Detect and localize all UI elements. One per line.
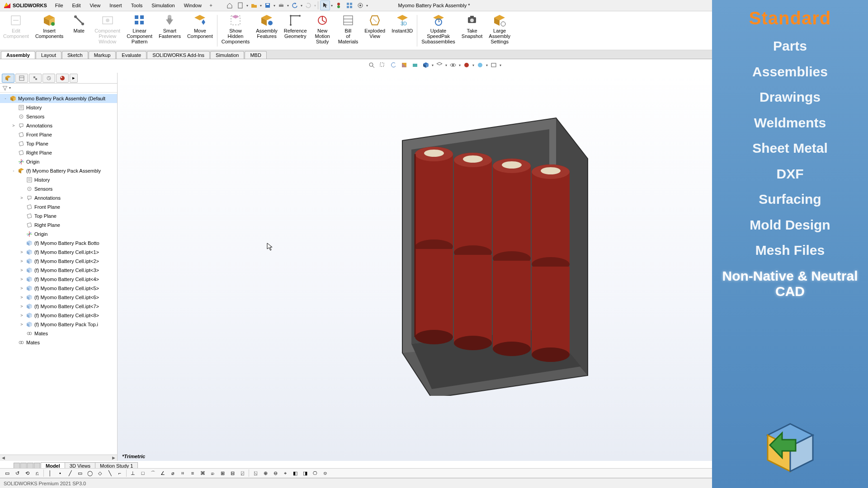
tree-node[interactable]: >(f) Myomo Battery Cell.ipt<5> bbox=[0, 284, 117, 293]
cmd-new-motion-study[interactable]: NewMotionStudy bbox=[310, 13, 335, 49]
tree-node[interactable]: Right Plane bbox=[0, 148, 117, 157]
sketch-tool-icon[interactable]: ⎄ bbox=[208, 469, 217, 477]
settings-gear-icon[interactable] bbox=[355, 0, 365, 10]
tab-layout[interactable]: Layout bbox=[36, 51, 61, 59]
expand-toggle-icon[interactable]: - bbox=[11, 169, 16, 173]
new-doc-icon[interactable] bbox=[236, 0, 245, 10]
sketch-tool-icon[interactable]: ⌖ bbox=[281, 469, 290, 477]
tab-assembly[interactable]: Assembly bbox=[1, 51, 35, 59]
expand-toggle-icon[interactable]: > bbox=[19, 277, 24, 282]
cmd-bill-of-materials[interactable]: BillofMaterials bbox=[335, 13, 362, 49]
sketch-tool-icon[interactable]: ⌐ bbox=[115, 469, 124, 477]
sketch-tool-icon[interactable]: ⊟ bbox=[228, 469, 237, 477]
sketch-tool-icon[interactable]: │ bbox=[46, 469, 55, 477]
save-icon[interactable] bbox=[263, 0, 273, 10]
tree-node[interactable]: Sensors bbox=[0, 112, 117, 121]
dynamic-section-icon[interactable] bbox=[410, 60, 420, 70]
manager-pane-more-icon[interactable]: ▸ bbox=[70, 74, 78, 83]
view-orientation-icon[interactable] bbox=[421, 60, 431, 70]
hide-show-icon[interactable] bbox=[448, 60, 458, 70]
sketch-tool-icon[interactable]: ╱ bbox=[66, 469, 75, 477]
cmd-reference-geometry[interactable]: ReferenceGeometry bbox=[281, 13, 310, 49]
expand-toggle-icon[interactable]: > bbox=[19, 268, 24, 272]
select-cursor-icon[interactable] bbox=[320, 0, 330, 10]
sketch-tool-icon[interactable]: □ bbox=[138, 469, 147, 477]
sketch-tool-icon[interactable]: ⎊ bbox=[321, 469, 330, 477]
cmd-linear-component-pattern[interactable]: LinearComponentPattern bbox=[123, 13, 156, 49]
previous-view-icon[interactable] bbox=[388, 60, 398, 70]
sketch-tool-icon[interactable]: ⟲ bbox=[23, 469, 32, 477]
cmd-exploded-view[interactable]: ExplodedView bbox=[361, 13, 388, 49]
sketch-tool-icon[interactable]: ⎌ bbox=[33, 469, 42, 477]
cmd-show-hidden-components[interactable]: ShowHiddenComponents bbox=[218, 13, 253, 49]
expand-toggle-icon[interactable]: > bbox=[19, 286, 24, 291]
tab-markup[interactable]: Markup bbox=[89, 51, 116, 59]
tab-mbd[interactable]: MBD bbox=[245, 51, 266, 59]
tree-node[interactable]: >Annotations bbox=[0, 193, 117, 202]
expand-toggle-icon[interactable]: > bbox=[11, 123, 16, 128]
view-settings-icon[interactable] bbox=[489, 60, 499, 70]
tab-sketch[interactable]: Sketch bbox=[62, 51, 88, 59]
tree-node[interactable]: Origin bbox=[0, 230, 117, 239]
tree-node[interactable]: >(f) Myomo Battery Cell.ipt<7> bbox=[0, 302, 117, 311]
tree-node[interactable]: Front Plane bbox=[0, 202, 117, 211]
sketch-tool-icon[interactable]: ▭ bbox=[3, 469, 12, 477]
menu-edit[interactable]: Edit bbox=[68, 1, 85, 10]
tree-node[interactable]: >(f) Myomo Battery Cell.ipt<4> bbox=[0, 275, 117, 284]
tree-node[interactable]: Mates bbox=[0, 329, 117, 338]
sketch-tool-icon[interactable]: ⊞ bbox=[218, 469, 227, 477]
section-view-icon[interactable] bbox=[399, 60, 409, 70]
zoom-area-icon[interactable] bbox=[377, 60, 387, 70]
cmd-instant3d[interactable]: 3DInstant3D bbox=[388, 13, 416, 49]
sketch-tool-icon[interactable]: ◯ bbox=[85, 469, 94, 477]
tree-node[interactable]: >(f) Myomo Battery Cell.ipt<1> bbox=[0, 248, 117, 257]
tree-node[interactable]: >(f) Myomo Battery Cell.ipt<8> bbox=[0, 311, 117, 320]
expand-toggle-icon[interactable]: > bbox=[19, 322, 24, 327]
expand-toggle-icon[interactable]: > bbox=[19, 250, 24, 254]
tree-node[interactable]: -(f) Myomo Battery Pack Assembly bbox=[0, 166, 117, 175]
sketch-tool-icon[interactable]: ╲ bbox=[105, 469, 114, 477]
panel-scrollbar[interactable]: ◄► bbox=[0, 455, 117, 461]
tree-node[interactable]: Mates bbox=[0, 338, 117, 347]
menu-window[interactable]: Window bbox=[179, 1, 206, 10]
expand-toggle-icon[interactable]: > bbox=[19, 259, 24, 263]
tree-node[interactable]: >(f) Myomo Battery Pack Top.i bbox=[0, 320, 117, 329]
tree-node[interactable]: >(f) Myomo Battery Cell.ipt<6> bbox=[0, 293, 117, 302]
sketch-tool-icon[interactable]: ⊖ bbox=[271, 469, 280, 477]
tab-simulation[interactable]: Simulation bbox=[210, 51, 244, 59]
scene-icon[interactable] bbox=[475, 60, 485, 70]
tree-node[interactable]: Sensors bbox=[0, 184, 117, 193]
sketch-tool-icon[interactable]: ⌒ bbox=[148, 469, 157, 477]
tree-node[interactable]: History bbox=[0, 103, 117, 112]
cmd-insert-components[interactable]: InsertComponents bbox=[32, 13, 66, 49]
sketch-tool-icon[interactable]: ⊥ bbox=[128, 469, 137, 477]
print-icon[interactable] bbox=[276, 0, 286, 10]
tree-node[interactable]: Right Plane bbox=[0, 221, 117, 230]
tree-node[interactable]: Origin bbox=[0, 157, 117, 166]
open-icon[interactable] bbox=[249, 0, 259, 10]
tree-node[interactable]: >Annotations bbox=[0, 121, 117, 130]
feature-tree-tab-icon[interactable] bbox=[2, 74, 14, 83]
appearance-icon[interactable] bbox=[462, 60, 472, 70]
tree-node[interactable]: Front Plane bbox=[0, 130, 117, 139]
menu-file[interactable]: File bbox=[51, 1, 68, 10]
cmd-take-snapshot[interactable]: TakeSnapshot bbox=[458, 13, 486, 49]
expand-toggle-icon[interactable]: > bbox=[19, 304, 24, 309]
redo-icon[interactable] bbox=[303, 0, 313, 10]
cmd-large-assembly-settings[interactable]: LargeAssemblySettings bbox=[486, 13, 514, 49]
dimxpert-manager-tab-icon[interactable] bbox=[42, 74, 55, 83]
tree-node[interactable]: >(f) Myomo Battery Cell.ipt<3> bbox=[0, 266, 117, 275]
display-manager-tab-icon[interactable] bbox=[56, 74, 69, 83]
tree-node[interactable]: Top Plane bbox=[0, 139, 117, 148]
sketch-tool-icon[interactable]: ↺ bbox=[13, 469, 22, 477]
tree-node[interactable]: (f) Myomo Battery Pack Botto bbox=[0, 239, 117, 248]
sketch-tool-icon[interactable]: ⌘ bbox=[198, 469, 207, 477]
help-menu-icon[interactable]: ✦ bbox=[206, 1, 216, 10]
tree-filter-bar[interactable]: ▾ bbox=[0, 84, 117, 93]
sketch-tool-icon[interactable]: ◇ bbox=[95, 469, 104, 477]
cmd-assembly-features[interactable]: AssemblyFeatures bbox=[253, 13, 281, 49]
property-manager-tab-icon[interactable] bbox=[15, 74, 28, 83]
undo-icon[interactable] bbox=[290, 0, 300, 10]
tree-node[interactable]: Top Plane bbox=[0, 211, 117, 221]
tab-evaluate[interactable]: Evaluate bbox=[116, 51, 146, 59]
